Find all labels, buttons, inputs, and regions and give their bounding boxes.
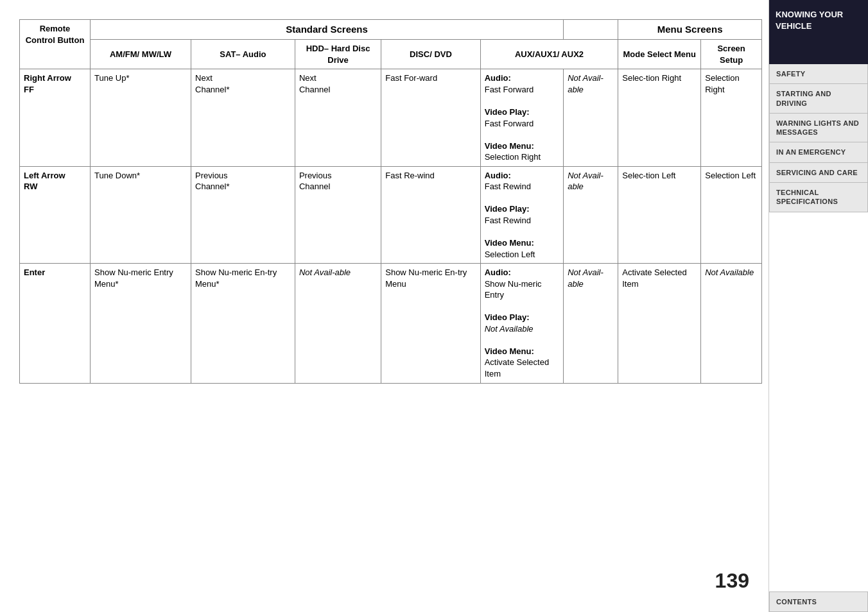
sidebar-top: KNOWING YOUR VEHICLE: [769, 0, 868, 64]
page-number: 139: [19, 563, 762, 593]
remote-right-arrow: Right ArrowFF: [20, 69, 91, 166]
right-hdd: NextChannel: [295, 69, 381, 166]
left-amfm: Tune Down*: [91, 166, 191, 263]
right-sat: NextChannel*: [191, 69, 295, 166]
right-aux-notavail: Not Avail-able: [564, 69, 618, 166]
sidebar-spacer: [769, 212, 868, 591]
blank-header: [564, 20, 618, 40]
sidebar-top-label: KNOWING YOUR VEHICLE: [776, 10, 843, 31]
remote-col-header: Remote Control Button: [20, 20, 91, 69]
enter-sat: Show Nu-meric En-try Menu*: [191, 264, 295, 383]
remote-table: Remote Control Button Standard Screens M…: [19, 19, 762, 384]
table-row: Enter Show Nu-meric Entry Menu* Show Nu-…: [20, 264, 762, 383]
left-aux-main: Audio: Fast Rewind Video Play: Fast Rewi…: [480, 166, 563, 263]
table-wrapper: Remote Control Button Standard Screens M…: [19, 19, 762, 563]
sub-sat: SAT– Audio: [191, 40, 295, 69]
enter-aux-notavail: Not Avail-able: [564, 264, 618, 383]
sub-screen: Screen Setup: [701, 40, 762, 69]
table-row: Right ArrowFF Tune Up* NextChannel* Next…: [20, 69, 762, 166]
right-mode: Selec-tion Right: [618, 69, 701, 166]
right-screen: Selection Right: [701, 69, 762, 166]
sidebar-item-warning-lights[interactable]: WARNING LIGHTS AND MESSAGES: [769, 114, 868, 143]
right-disc: Fast For-ward: [381, 69, 480, 166]
sidebar-item-starting-driving[interactable]: STARTING AND DRIVING: [769, 84, 868, 114]
sidebar-item-safety[interactable]: SAFETY: [769, 64, 868, 84]
right-aux-main: Audio: Fast Forward Video Play: Fast For…: [480, 69, 563, 166]
sub-disc: DISC/ DVD: [381, 40, 480, 69]
enter-mode: Activate Selected Item: [618, 264, 701, 383]
left-screen: Selection Left: [701, 166, 762, 263]
sub-amfm: AM/FM/ MW/LW: [91, 40, 191, 69]
left-aux-notavail: Not Avail-able: [564, 166, 618, 263]
sub-aux: AUX/AUX1/ AUX2: [480, 40, 618, 69]
sidebar-contents[interactable]: CONTENTS: [769, 591, 868, 612]
left-mode: Selec-tion Left: [618, 166, 701, 263]
sidebar-item-servicing[interactable]: SERVICING AND CARE: [769, 163, 868, 183]
remote-enter: Enter: [20, 264, 91, 383]
sidebar-item-emergency[interactable]: IN AN EMERGENCY: [769, 142, 868, 162]
remote-left-arrow: Left ArrowRW: [20, 166, 91, 263]
sidebar: KNOWING YOUR VEHICLE SAFETY STARTING AND…: [768, 0, 868, 612]
sidebar-item-technical[interactable]: TECHNICAL SPECIFICATIONS: [769, 183, 868, 212]
standard-screens-header: Standard Screens: [91, 20, 564, 40]
enter-screen: Not Available: [701, 264, 762, 383]
enter-amfm: Show Nu-meric Entry Menu*: [91, 264, 191, 383]
main-content: Remote Control Button Standard Screens M…: [0, 0, 768, 612]
sub-hdd: HDD– Hard Disc Drive: [295, 40, 381, 69]
enter-disc: Show Nu-meric En-try Menu: [381, 264, 480, 383]
left-hdd: PreviousChannel: [295, 166, 381, 263]
table-row: Left ArrowRW Tune Down* PreviousChannel*…: [20, 166, 762, 263]
sub-mode: Mode Select Menu: [618, 40, 701, 69]
left-disc: Fast Re-wind: [381, 166, 480, 263]
right-amfm: Tune Up*: [91, 69, 191, 166]
enter-hdd: Not Avail-able: [295, 264, 381, 383]
enter-aux-main: Audio: Show Nu-meric Entry Video Play: N…: [480, 264, 563, 383]
left-sat: PreviousChannel*: [191, 166, 295, 263]
menu-screens-header: Menu Screens: [618, 20, 762, 40]
